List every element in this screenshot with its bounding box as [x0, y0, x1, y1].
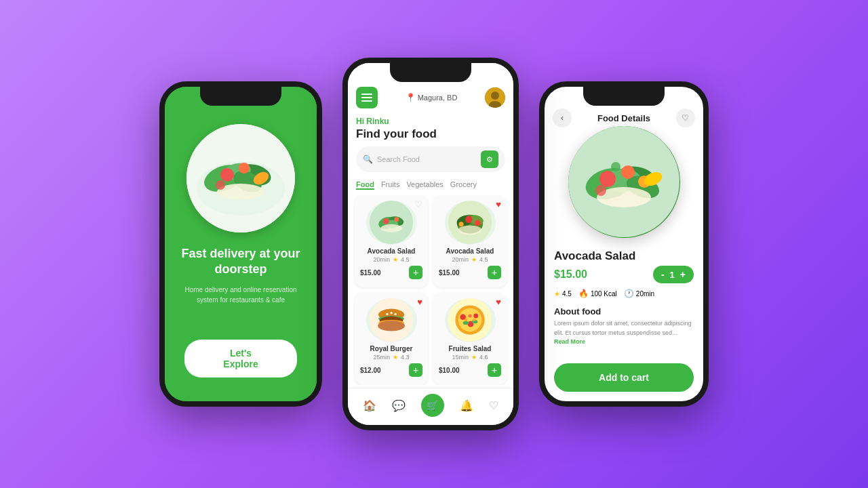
svg-point-44 — [462, 321, 469, 325]
menu-line — [361, 100, 372, 102]
landing-subtitle: Home delivery and online reservation sys… — [178, 285, 303, 305]
phone-listing: 📍 Magura, BD Hi Rinku Find your food 🔍 S… — [342, 58, 519, 430]
svg-point-34 — [378, 321, 405, 331]
explore-button[interactable]: Let's Explore — [184, 340, 297, 378]
food-price-row-1: $15.00 + — [360, 266, 422, 279]
svg-point-42 — [473, 314, 478, 319]
food-grid: ♡ Avocada Salad — [348, 195, 513, 385]
svg-point-9 — [216, 180, 225, 190]
svg-point-58 — [595, 185, 606, 196]
food-time-1: 20min — [373, 256, 390, 263]
rating-value: 4.5 — [562, 290, 572, 298]
heart-icon-2[interactable]: ♥ — [496, 199, 501, 209]
quantity-plus[interactable]: + — [680, 269, 686, 280]
tab-food[interactable]: Food — [356, 180, 374, 190]
rating-star-icon: ★ — [554, 290, 560, 298]
nav-home-icon[interactable]: 🏠 — [363, 399, 376, 412]
phone-details: ‹ Food Details ♡ — [539, 81, 709, 407]
food-image-3 — [366, 298, 417, 342]
search-bar[interactable]: 🔍 Search Food ⚙ — [356, 146, 505, 172]
food-image-2 — [445, 201, 496, 245]
add-to-cart-btn-2[interactable]: + — [488, 266, 501, 279]
search-placeholder: Search Food — [377, 155, 477, 163]
svg-point-55 — [621, 165, 635, 179]
location-pin-icon: 📍 — [406, 93, 416, 102]
nav-bell-icon[interactable]: 🔔 — [460, 399, 473, 412]
svg-point-27 — [458, 222, 463, 226]
food-rating-4: 4.6 — [479, 354, 488, 361]
nav-cart-icon[interactable]: 🛒 — [421, 394, 444, 417]
food-name-3: Royal Burger — [370, 345, 413, 352]
phone2-content: 📍 Magura, BD Hi Rinku Find your food 🔍 S… — [348, 63, 513, 425]
svg-point-54 — [599, 171, 616, 187]
quantity-minus[interactable]: - — [661, 269, 665, 280]
filter-button[interactable]: ⚙ — [481, 150, 498, 168]
tab-vegetables[interactable]: Vegetables — [406, 180, 443, 190]
phone-notch-3 — [583, 87, 665, 106]
about-title: About food — [554, 306, 694, 317]
food-price-3: $12.00 — [360, 367, 381, 374]
menu-line — [361, 94, 372, 95]
stat-rating: ★ 4.5 — [554, 290, 572, 298]
location-display: 📍 Magura, BD — [406, 93, 458, 102]
star-icon-4: ★ — [471, 354, 477, 361]
add-to-cart-btn-1[interactable]: + — [409, 266, 422, 279]
food-image-4 — [445, 298, 496, 342]
phones-container: Fast delivery at your doorstep Home deli… — [146, 44, 722, 444]
favorite-button[interactable]: ♡ — [676, 108, 695, 127]
heart-icon-3[interactable]: ♥ — [417, 297, 422, 307]
about-description: Lorem ipsum dolor sit amet, consectetur … — [554, 319, 694, 347]
detail-image-area — [545, 133, 703, 241]
add-to-cart-button[interactable]: Add to cart — [554, 363, 694, 392]
food-card-2[interactable]: ♥ Avocada Salad — [433, 195, 507, 287]
detail-food-name: Avocada Salad — [554, 249, 694, 263]
food-card-1[interactable]: ♡ Avocada Salad — [355, 195, 428, 287]
time-value: 20min — [636, 290, 654, 298]
food-meta-4: 15min ★ 4.6 — [452, 354, 488, 361]
svg-point-26 — [475, 220, 481, 226]
user-avatar[interactable] — [485, 87, 505, 108]
food-price-4: $10.00 — [439, 367, 460, 374]
detail-food-price: $15.00 — [554, 268, 587, 281]
tab-fruits[interactable]: Fruits — [381, 180, 400, 190]
tab-grocery[interactable]: Grocery — [450, 180, 477, 190]
category-tabs: Food Fruits Vegetables Grocery — [348, 178, 513, 195]
phone1-content: Fast delivery at your doorstep Home deli… — [165, 87, 317, 401]
heart-icon-4[interactable]: ♥ — [496, 297, 501, 307]
clock-icon: 🕐 — [624, 289, 634, 298]
food-meta-3: 25min ★ 4.3 — [373, 354, 409, 361]
food-card-4[interactable]: ♥ — [433, 293, 507, 385]
svg-point-40 — [458, 308, 481, 332]
food-hero-image — [186, 124, 295, 232]
read-more-link[interactable]: Read More — [554, 338, 585, 345]
detail-price-row: $15.00 - 1 + — [554, 266, 694, 283]
svg-point-37 — [394, 313, 396, 315]
greeting-text: Hi Rinku — [348, 114, 513, 127]
food-price-row-3: $12.00 + — [360, 363, 422, 377]
star-icon-2: ★ — [471, 256, 477, 263]
add-to-cart-btn-3[interactable]: + — [409, 363, 422, 377]
food-image-1 — [366, 201, 417, 245]
heart-icon-1[interactable]: ♡ — [414, 199, 422, 209]
detail-info: Avocada Salad $15.00 - 1 + ★ 4.5 🔥 — [545, 241, 703, 302]
detail-food-image — [568, 126, 680, 238]
details-title: Food Details — [597, 113, 650, 123]
food-rating-1: 4.5 — [401, 256, 410, 263]
food-time-4: 15min — [452, 354, 469, 361]
food-price-1: $15.00 — [360, 269, 381, 277]
menu-button[interactable] — [356, 87, 378, 108]
svg-point-12 — [491, 92, 499, 100]
quantity-value: 1 — [670, 270, 675, 280]
back-button[interactable]: ‹ — [553, 108, 572, 127]
food-card-3[interactable]: ♥ Royal — [355, 293, 428, 385]
nav-heart-icon[interactable]: ♡ — [489, 399, 498, 412]
svg-point-35 — [386, 313, 388, 315]
bottom-nav: 🏠 💬 🛒 🔔 ♡ — [348, 388, 513, 425]
phone-notch-1 — [200, 87, 281, 106]
kcal-value: 100 Kcal — [591, 290, 617, 298]
star-icon-1: ★ — [393, 256, 398, 263]
add-to-cart-btn-4[interactable]: + — [488, 363, 501, 377]
phone-landing: Fast delivery at your doorstep Home deli… — [159, 81, 322, 407]
food-meta-2: 20min ★ 4.5 — [452, 256, 488, 263]
nav-chat-icon[interactable]: 💬 — [392, 399, 406, 412]
